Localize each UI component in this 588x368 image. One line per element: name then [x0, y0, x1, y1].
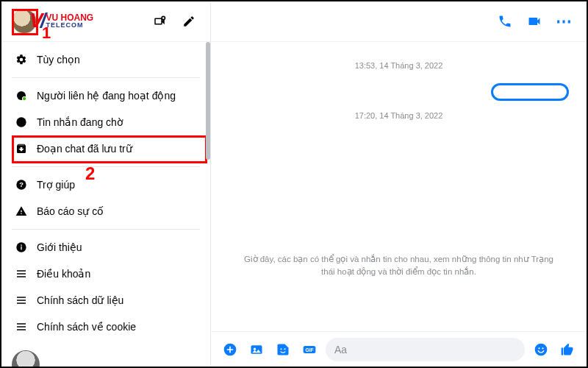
archive-icon	[15, 142, 28, 155]
svg-point-2	[22, 96, 26, 100]
svg-rect-7	[21, 247, 21, 250]
svg-point-17	[538, 347, 539, 349]
conversation-info-button[interactable]: ⋯	[551, 9, 576, 34]
list-icon	[15, 320, 28, 333]
menu-item-help[interactable]: ? Trợ giúp	[4, 171, 207, 198]
conversation-avatar	[12, 350, 40, 368]
message-request-icon	[15, 116, 28, 129]
message-timestamp: 13:53, 14 Tháng 3, 2022	[211, 61, 587, 70]
sent-message-bubble[interactable]	[491, 83, 569, 101]
sidebar: V/ VU HOANG TELECOM 1 Tùy chọn Người liê…	[1, 1, 211, 367]
annotation-label-1: 1	[42, 24, 51, 43]
svg-point-18	[542, 347, 543, 349]
gif-button[interactable]: GIF	[299, 339, 320, 360]
svg-point-12	[281, 348, 282, 350]
list-icon	[15, 267, 28, 280]
chat-header: ⋯	[211, 1, 587, 42]
sidebar-scrollbar[interactable]	[206, 42, 210, 160]
menu-item-preferences[interactable]: Tùy chọn	[4, 46, 207, 73]
svg-text:GIF: GIF	[305, 347, 313, 352]
menu-item-label: Trợ giúp	[37, 179, 75, 191]
menu-item-label: Tùy chọn	[37, 54, 80, 66]
system-message: Giờ đây, các bạn có thể gọi và nhắn tin …	[211, 253, 587, 279]
menu-item-label: Tin nhắn đang chờ	[37, 116, 123, 128]
message-input[interactable]	[334, 344, 516, 355]
menu-item-label: Giới thiệu	[37, 241, 82, 253]
menu-separator	[12, 77, 200, 78]
new-room-button[interactable]	[148, 10, 171, 32]
menu-item-report[interactable]: Báo cáo sự cố	[4, 198, 207, 224]
message-composer: GIF	[211, 331, 587, 367]
gear-icon	[15, 53, 28, 66]
sidebar-header: V/ VU HOANG TELECOM 1	[1, 1, 210, 42]
menu-item-archived-chats[interactable]: Đoạn chat đã lưu trữ	[4, 135, 207, 162]
photo-button[interactable]	[246, 339, 267, 360]
list-icon	[15, 294, 28, 307]
emoji-button[interactable]	[531, 339, 551, 360]
sticker-button[interactable]	[273, 339, 293, 360]
svg-point-16	[535, 343, 548, 355]
voice-call-button[interactable]	[492, 9, 517, 34]
menu-item-label: Chính sách về cookie	[37, 321, 136, 333]
more-actions-button[interactable]	[220, 339, 240, 360]
info-icon	[15, 241, 28, 254]
svg-point-3	[16, 117, 26, 127]
menu-item-label: Chính sách dữ liệu	[37, 294, 123, 306]
settings-menu: Tùy chọn Người liên hệ đang hoạt động Ti…	[1, 42, 210, 340]
chat-body: 13:53, 14 Tháng 3, 2022 17:20, 14 Tháng …	[211, 42, 587, 331]
warning-icon	[15, 205, 28, 218]
menu-item-label: Người liên hệ đang hoạt động	[37, 90, 176, 102]
svg-point-8	[21, 244, 22, 246]
user-avatar[interactable]	[12, 9, 37, 34]
message-timestamp: 17:20, 14 Tháng 3, 2022	[211, 111, 587, 120]
menu-item-cookie-policy[interactable]: Chính sách về cookie	[4, 314, 207, 340]
menu-separator	[12, 166, 200, 167]
compose-button[interactable]	[178, 10, 200, 32]
menu-item-about[interactable]: Giới thiệu	[4, 234, 207, 261]
chat-pane: ⋯ 13:53, 14 Tháng 3, 2022 17:20, 14 Thán…	[211, 1, 587, 367]
menu-item-message-requests[interactable]: Tin nhắn đang chờ	[4, 109, 207, 135]
menu-item-label: Điều khoản	[37, 268, 90, 280]
brand-logo-overlay: V/ VU HOANG TELECOM	[29, 9, 93, 32]
svg-point-11	[254, 347, 256, 350]
video-call-button[interactable]	[522, 9, 547, 34]
brand-logo-line2: TELECOM	[46, 22, 93, 29]
menu-item-data-policy[interactable]: Chính sách dữ liệu	[4, 287, 207, 314]
menu-item-terms[interactable]: Điều khoản	[4, 261, 207, 287]
conversation-list-peek[interactable]	[12, 347, 40, 362]
svg-point-13	[284, 348, 286, 350]
like-button[interactable]	[557, 339, 578, 360]
menu-item-label: Báo cáo sự cố	[37, 205, 104, 217]
active-contact-icon	[15, 89, 28, 102]
brand-logo-line1: VU HOANG	[46, 13, 93, 22]
menu-item-active-contacts[interactable]: Người liên hệ đang hoạt động	[4, 82, 207, 109]
message-input-wrapper[interactable]	[326, 338, 525, 361]
menu-separator	[12, 229, 200, 230]
menu-item-label: Đoạn chat đã lưu trữ	[37, 143, 132, 155]
svg-text:?: ?	[19, 181, 24, 188]
help-icon: ?	[15, 178, 28, 191]
